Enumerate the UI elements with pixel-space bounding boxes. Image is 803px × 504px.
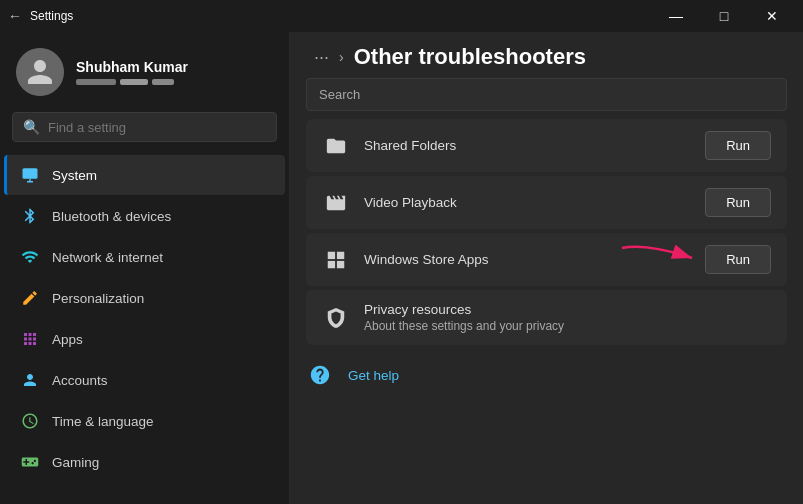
- row-windows-store-apps: Windows Store Apps Run: [306, 233, 787, 286]
- sidebar-item-gaming[interactable]: Gaming: [4, 442, 285, 482]
- get-help-row: Get help: [306, 349, 787, 401]
- windows-store-apps-label: Windows Store Apps: [364, 252, 691, 267]
- run-video-playback-button[interactable]: Run: [705, 188, 771, 217]
- sidebar-item-apps[interactable]: Apps: [4, 319, 285, 359]
- privacy-text: Privacy resources About these settings a…: [364, 302, 564, 333]
- user-name: Shubham Kumar: [76, 59, 188, 75]
- shared-folders-icon: [322, 132, 350, 160]
- search-box[interactable]: 🔍: [12, 112, 277, 142]
- row-privacy-resources: Privacy resources About these settings a…: [306, 290, 787, 345]
- sidebar-item-bluetooth[interactable]: Bluetooth & devices: [4, 196, 285, 236]
- system-icon: [20, 165, 40, 185]
- content-scroll: Search Shared Folders Run Video Playback…: [290, 78, 803, 504]
- user-profile[interactable]: Shubham Kumar: [0, 32, 289, 108]
- sidebar-item-system[interactable]: System: [4, 155, 285, 195]
- sidebar-item-label-time: Time & language: [52, 414, 154, 429]
- user-info: Shubham Kumar: [76, 59, 188, 85]
- page-title: Other troubleshooters: [354, 44, 586, 70]
- breadcrumb-arrow: ›: [339, 49, 344, 65]
- content-header: ··· › Other troubleshooters: [290, 32, 803, 78]
- app-title: Settings: [30, 9, 73, 23]
- progress-bar-1: [76, 79, 116, 85]
- privacy-icon: [322, 304, 350, 332]
- close-button[interactable]: ✕: [749, 0, 795, 32]
- privacy-label: Privacy resources: [364, 302, 564, 317]
- content-search-placeholder: Search: [319, 87, 360, 102]
- sidebar-item-personalization[interactable]: Personalization: [4, 278, 285, 318]
- window-controls: — □ ✕: [653, 0, 795, 32]
- svg-rect-3: [328, 251, 335, 258]
- maximize-button[interactable]: □: [701, 0, 747, 32]
- back-icon[interactable]: ←: [8, 8, 22, 24]
- sidebar-item-label-gaming: Gaming: [52, 455, 99, 470]
- search-icon: 🔍: [23, 119, 40, 135]
- minimize-button[interactable]: —: [653, 0, 699, 32]
- content-area: ··· › Other troubleshooters Search Share…: [290, 32, 803, 504]
- title-bar-left: ← Settings: [8, 8, 73, 24]
- sidebar-item-accounts[interactable]: Accounts: [4, 360, 285, 400]
- sidebar-item-label-bluetooth: Bluetooth & devices: [52, 209, 171, 224]
- network-icon: [20, 247, 40, 267]
- get-help-label[interactable]: Get help: [348, 368, 771, 383]
- sidebar-item-label-personalization: Personalization: [52, 291, 144, 306]
- sidebar: Shubham Kumar 🔍 System: [0, 32, 290, 504]
- gaming-icon: [20, 452, 40, 472]
- apps-icon: [20, 329, 40, 349]
- sidebar-item-network[interactable]: Network & internet: [4, 237, 285, 277]
- user-icon: [25, 57, 55, 87]
- get-help-icon: [306, 361, 334, 389]
- sidebar-item-time[interactable]: Time & language: [4, 401, 285, 441]
- personalization-icon: [20, 288, 40, 308]
- video-playback-label: Video Playback: [364, 195, 691, 210]
- accounts-icon: [20, 370, 40, 390]
- search-input[interactable]: [48, 120, 266, 135]
- title-bar: ← Settings — □ ✕: [0, 0, 803, 32]
- time-icon: [20, 411, 40, 431]
- bluetooth-icon: [20, 206, 40, 226]
- svg-rect-4: [337, 251, 344, 258]
- svg-rect-5: [328, 260, 335, 267]
- sidebar-item-label-apps: Apps: [52, 332, 83, 347]
- user-progress-bars: [76, 79, 188, 85]
- app-body: Shubham Kumar 🔍 System: [0, 32, 803, 504]
- svg-rect-6: [337, 260, 344, 267]
- breadcrumb-dots[interactable]: ···: [314, 47, 329, 68]
- progress-bar-3: [152, 79, 174, 85]
- row-shared-folders: Shared Folders Run: [306, 119, 787, 172]
- svg-rect-0: [23, 168, 38, 179]
- shared-folders-label: Shared Folders: [364, 138, 691, 153]
- run-shared-folders-button[interactable]: Run: [705, 131, 771, 160]
- sidebar-item-label-accounts: Accounts: [52, 373, 108, 388]
- sidebar-item-label-network: Network & internet: [52, 250, 163, 265]
- video-playback-icon: [322, 189, 350, 217]
- windows-store-icon: [322, 246, 350, 274]
- sidebar-item-label-system: System: [52, 168, 97, 183]
- avatar: [16, 48, 64, 96]
- nav-list: System Bluetooth & devices Network & int…: [0, 154, 289, 483]
- content-search-bar: Search: [306, 78, 787, 111]
- privacy-sublabel: About these settings and your privacy: [364, 319, 564, 333]
- row-video-playback: Video Playback Run: [306, 176, 787, 229]
- progress-bar-2: [120, 79, 148, 85]
- run-windows-store-apps-button[interactable]: Run: [705, 245, 771, 274]
